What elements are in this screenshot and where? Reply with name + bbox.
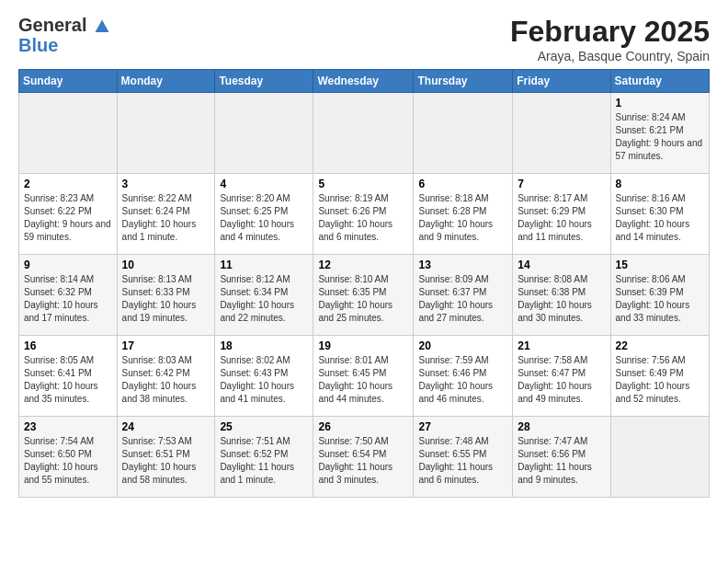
day-info: Sunrise: 8:18 AM Sunset: 6:28 PM Dayligh… (418, 192, 507, 244)
day-info: Sunrise: 7:53 AM Sunset: 6:51 PM Dayligh… (122, 435, 210, 487)
day-cell: 27Sunrise: 7:48 AM Sunset: 6:55 PM Dayli… (414, 417, 513, 498)
day-number: 27 (418, 420, 507, 433)
day-info: Sunrise: 8:08 AM Sunset: 6:38 PM Dayligh… (518, 273, 605, 325)
day-info: Sunrise: 7:54 AM Sunset: 6:50 PM Dayligh… (24, 435, 112, 487)
day-cell: 1Sunrise: 8:24 AM Sunset: 6:21 PM Daylig… (610, 93, 709, 174)
day-info: Sunrise: 8:14 AM Sunset: 6:32 PM Dayligh… (24, 273, 112, 325)
day-info: Sunrise: 8:23 AM Sunset: 6:22 PM Dayligh… (24, 192, 112, 244)
day-cell: 22Sunrise: 7:56 AM Sunset: 6:49 PM Dayli… (610, 336, 709, 417)
day-cell: 13Sunrise: 8:09 AM Sunset: 6:37 PM Dayli… (414, 255, 513, 336)
calendar: SundayMondayTuesdayWednesdayThursdayFrid… (18, 69, 710, 498)
day-cell (19, 93, 118, 174)
day-number: 20 (418, 339, 507, 352)
day-info: Sunrise: 8:02 AM Sunset: 6:43 PM Dayligh… (220, 354, 308, 406)
page: General Blue February 2025 Araya, Basque… (0, 0, 728, 512)
day-info: Sunrise: 7:47 AM Sunset: 6:56 PM Dayligh… (518, 435, 605, 487)
day-number: 19 (318, 339, 408, 352)
day-number: 17 (122, 339, 210, 352)
day-number: 11 (220, 259, 308, 271)
day-cell (215, 93, 313, 174)
day-cell: 5Sunrise: 8:19 AM Sunset: 6:26 PM Daylig… (313, 174, 414, 255)
day-info: Sunrise: 8:05 AM Sunset: 6:41 PM Dayligh… (24, 354, 112, 406)
day-number: 7 (518, 178, 605, 190)
day-number: 25 (220, 420, 308, 433)
day-cell: 28Sunrise: 7:47 AM Sunset: 6:56 PM Dayli… (513, 417, 610, 498)
day-number: 3 (122, 178, 210, 190)
weekday-sunday: Sunday (19, 70, 118, 93)
day-cell: 11Sunrise: 8:12 AM Sunset: 6:34 PM Dayli… (215, 255, 313, 336)
day-info: Sunrise: 8:22 AM Sunset: 6:24 PM Dayligh… (122, 192, 210, 244)
weekday-monday: Monday (117, 70, 215, 93)
day-info: Sunrise: 7:50 AM Sunset: 6:54 PM Dayligh… (318, 435, 408, 487)
day-cell: 7Sunrise: 8:17 AM Sunset: 6:29 PM Daylig… (513, 174, 610, 255)
header: General Blue February 2025 Araya, Basque… (18, 15, 710, 63)
day-cell: 19Sunrise: 8:01 AM Sunset: 6:45 PM Dayli… (313, 336, 414, 417)
day-cell: 9Sunrise: 8:14 AM Sunset: 6:32 PM Daylig… (19, 255, 118, 336)
logo-general: General (18, 15, 110, 35)
day-number: 28 (518, 420, 605, 433)
logo-blue: Blue (18, 35, 58, 55)
day-number: 14 (518, 259, 605, 271)
day-cell (313, 93, 414, 174)
day-info: Sunrise: 8:01 AM Sunset: 6:45 PM Dayligh… (318, 354, 408, 406)
day-number: 26 (318, 420, 408, 433)
day-info: Sunrise: 8:17 AM Sunset: 6:29 PM Dayligh… (518, 192, 605, 244)
week-row-5: 23Sunrise: 7:54 AM Sunset: 6:50 PM Dayli… (19, 417, 710, 498)
day-cell: 12Sunrise: 8:10 AM Sunset: 6:35 PM Dayli… (313, 255, 414, 336)
day-cell: 3Sunrise: 8:22 AM Sunset: 6:24 PM Daylig… (117, 174, 215, 255)
day-cell: 14Sunrise: 8:08 AM Sunset: 6:38 PM Dayli… (513, 255, 610, 336)
day-number: 1 (616, 97, 704, 109)
day-number: 22 (616, 339, 704, 352)
day-number: 10 (122, 259, 210, 271)
day-cell (414, 93, 513, 174)
weekday-saturday: Saturday (610, 70, 709, 93)
day-number: 6 (418, 178, 507, 190)
day-cell (513, 93, 610, 174)
day-cell (117, 93, 215, 174)
day-info: Sunrise: 8:24 AM Sunset: 6:21 PM Dayligh… (616, 111, 704, 163)
day-number: 12 (318, 259, 408, 271)
day-cell: 6Sunrise: 8:18 AM Sunset: 6:28 PM Daylig… (414, 174, 513, 255)
day-info: Sunrise: 8:20 AM Sunset: 6:25 PM Dayligh… (220, 192, 308, 244)
day-cell: 16Sunrise: 8:05 AM Sunset: 6:41 PM Dayli… (19, 336, 118, 417)
weekday-tuesday: Tuesday (215, 70, 313, 93)
day-info: Sunrise: 7:51 AM Sunset: 6:52 PM Dayligh… (220, 435, 308, 487)
day-info: Sunrise: 8:12 AM Sunset: 6:34 PM Dayligh… (220, 273, 308, 325)
day-info: Sunrise: 8:03 AM Sunset: 6:42 PM Dayligh… (122, 354, 210, 406)
day-number: 5 (318, 178, 408, 190)
day-cell: 2Sunrise: 8:23 AM Sunset: 6:22 PM Daylig… (19, 174, 118, 255)
day-cell: 21Sunrise: 7:58 AM Sunset: 6:47 PM Dayli… (513, 336, 610, 417)
day-cell: 24Sunrise: 7:53 AM Sunset: 6:51 PM Dayli… (117, 417, 215, 498)
day-info: Sunrise: 8:16 AM Sunset: 6:30 PM Dayligh… (616, 192, 704, 244)
week-row-1: 1Sunrise: 8:24 AM Sunset: 6:21 PM Daylig… (19, 93, 710, 174)
day-info: Sunrise: 8:19 AM Sunset: 6:26 PM Dayligh… (318, 192, 408, 244)
day-number: 8 (616, 178, 704, 190)
logo: General Blue (18, 15, 110, 55)
day-number: 16 (24, 339, 112, 352)
weekday-thursday: Thursday (414, 70, 513, 93)
day-number: 4 (220, 178, 308, 190)
location-title: Araya, Basque Country, Spain (510, 49, 710, 63)
weekday-wednesday: Wednesday (313, 70, 414, 93)
day-info: Sunrise: 8:10 AM Sunset: 6:35 PM Dayligh… (318, 273, 408, 325)
day-cell: 26Sunrise: 7:50 AM Sunset: 6:54 PM Dayli… (313, 417, 414, 498)
day-info: Sunrise: 8:13 AM Sunset: 6:33 PM Dayligh… (122, 273, 210, 325)
day-cell: 4Sunrise: 8:20 AM Sunset: 6:25 PM Daylig… (215, 174, 313, 255)
day-number: 9 (24, 259, 112, 271)
day-number: 13 (418, 259, 507, 271)
day-cell: 15Sunrise: 8:06 AM Sunset: 6:39 PM Dayli… (610, 255, 709, 336)
day-info: Sunrise: 7:48 AM Sunset: 6:55 PM Dayligh… (418, 435, 507, 487)
week-row-2: 2Sunrise: 8:23 AM Sunset: 6:22 PM Daylig… (19, 174, 710, 255)
week-row-3: 9Sunrise: 8:14 AM Sunset: 6:32 PM Daylig… (19, 255, 710, 336)
week-row-4: 16Sunrise: 8:05 AM Sunset: 6:41 PM Dayli… (19, 336, 710, 417)
day-cell: 18Sunrise: 8:02 AM Sunset: 6:43 PM Dayli… (215, 336, 313, 417)
day-info: Sunrise: 7:59 AM Sunset: 6:46 PM Dayligh… (418, 354, 507, 406)
svg-marker-0 (96, 19, 109, 32)
day-number: 2 (24, 178, 112, 190)
month-title: February 2025 (510, 15, 710, 49)
day-info: Sunrise: 7:58 AM Sunset: 6:47 PM Dayligh… (518, 354, 605, 406)
day-info: Sunrise: 7:56 AM Sunset: 6:49 PM Dayligh… (616, 354, 704, 406)
title-block: February 2025 Araya, Basque Country, Spa… (510, 15, 710, 63)
day-cell (610, 417, 709, 498)
day-cell: 8Sunrise: 8:16 AM Sunset: 6:30 PM Daylig… (610, 174, 709, 255)
